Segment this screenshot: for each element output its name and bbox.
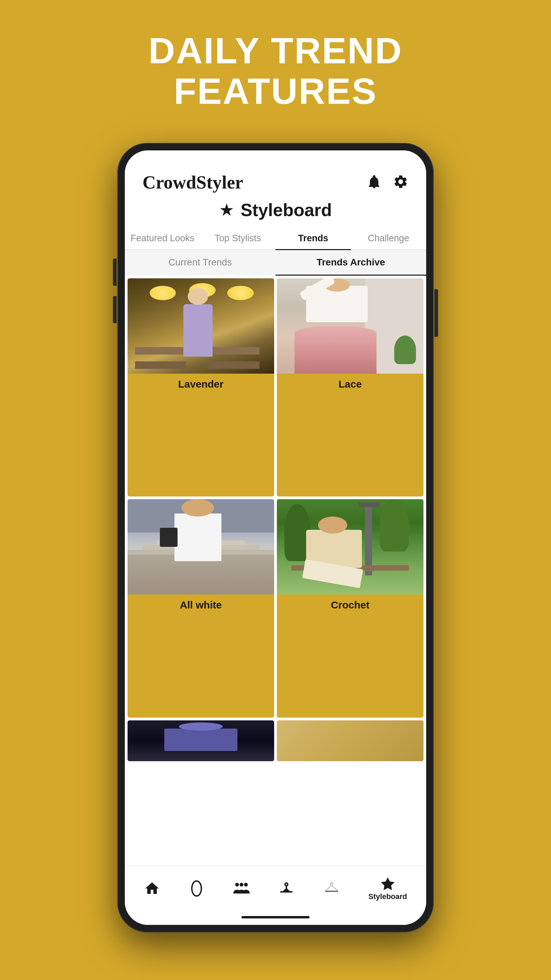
trend-card-allwhite[interactable]: All white bbox=[127, 499, 274, 717]
tab-featured-looks[interactable]: Featured Looks bbox=[125, 228, 200, 250]
trend-card-partial1[interactable] bbox=[127, 721, 274, 761]
subtab-current-trends[interactable]: Current Trends bbox=[125, 250, 275, 275]
styleboard-star-icon: ★ bbox=[219, 200, 234, 220]
trend-card-partial2[interactable] bbox=[277, 721, 424, 761]
group-icon bbox=[233, 880, 250, 897]
main-tabs: Featured Looks Top Stylists Trends Chall… bbox=[125, 228, 426, 250]
app-logo: CrowdStyler bbox=[143, 172, 243, 193]
phone-shell: CrowdStyler bbox=[118, 143, 433, 932]
crochet-label: Crochet bbox=[277, 595, 424, 616]
styleboard-nav-icon bbox=[380, 876, 396, 891]
trend-card-lavender[interactable]: Lavender bbox=[127, 278, 274, 496]
header-actions bbox=[366, 174, 408, 191]
nav-styleboard[interactable]: Styleboard bbox=[368, 876, 407, 901]
page-title: DAILY TREND FEATURES bbox=[0, 0, 551, 111]
nav-hanger[interactable] bbox=[323, 880, 340, 897]
crochet-image bbox=[277, 499, 424, 595]
tab-trends[interactable]: Trends bbox=[275, 228, 351, 250]
trend-grid: Lavender bbox=[125, 275, 426, 865]
tab-challenge[interactable]: Challenge bbox=[351, 228, 427, 250]
gesture-indicator bbox=[241, 916, 310, 918]
trend-card-crochet[interactable]: Crochet bbox=[277, 499, 424, 717]
compare-icon bbox=[278, 880, 295, 897]
status-bar bbox=[125, 150, 426, 167]
partial2-image bbox=[277, 721, 424, 761]
trend-card-lace[interactable]: Lace bbox=[277, 278, 424, 496]
hanger-icon bbox=[323, 880, 340, 897]
allwhite-label: All white bbox=[127, 595, 274, 616]
styleboard-nav-label: Styleboard bbox=[368, 892, 407, 901]
phone-screen: CrowdStyler bbox=[125, 150, 426, 925]
app-header: CrowdStyler bbox=[125, 167, 426, 196]
title-line1: DAILY TREND bbox=[0, 30, 551, 71]
sub-tabs: Current Trends Trends Archive bbox=[125, 250, 426, 275]
lavender-label: Lavender bbox=[127, 374, 274, 395]
styleboard-title: Styleboard bbox=[240, 200, 332, 220]
allwhite-image bbox=[127, 499, 274, 595]
svg-point-3 bbox=[244, 883, 248, 886]
lace-label: Lace bbox=[277, 374, 424, 395]
oval-icon bbox=[189, 880, 205, 897]
svg-point-1 bbox=[235, 883, 239, 886]
nav-group[interactable] bbox=[233, 880, 250, 897]
home-icon bbox=[144, 880, 160, 897]
subtab-trends-archive[interactable]: Trends Archive bbox=[275, 250, 426, 275]
nav-compare[interactable] bbox=[278, 880, 295, 897]
nav-home[interactable] bbox=[144, 880, 160, 897]
lace-image bbox=[277, 278, 424, 374]
partial1-image bbox=[127, 721, 274, 761]
settings-icon[interactable] bbox=[393, 174, 408, 191]
svg-point-0 bbox=[192, 881, 202, 896]
nav-oval[interactable] bbox=[189, 880, 205, 897]
svg-point-2 bbox=[240, 883, 243, 886]
styleboard-header: ★ Styleboard bbox=[125, 196, 426, 228]
title-line2: FEATURES bbox=[0, 71, 551, 111]
gesture-bar bbox=[125, 909, 426, 925]
lavender-image bbox=[127, 278, 274, 374]
tab-top-stylists[interactable]: Top Stylists bbox=[200, 228, 276, 250]
bottom-nav: Styleboard bbox=[125, 865, 426, 909]
notification-icon[interactable] bbox=[366, 174, 382, 191]
